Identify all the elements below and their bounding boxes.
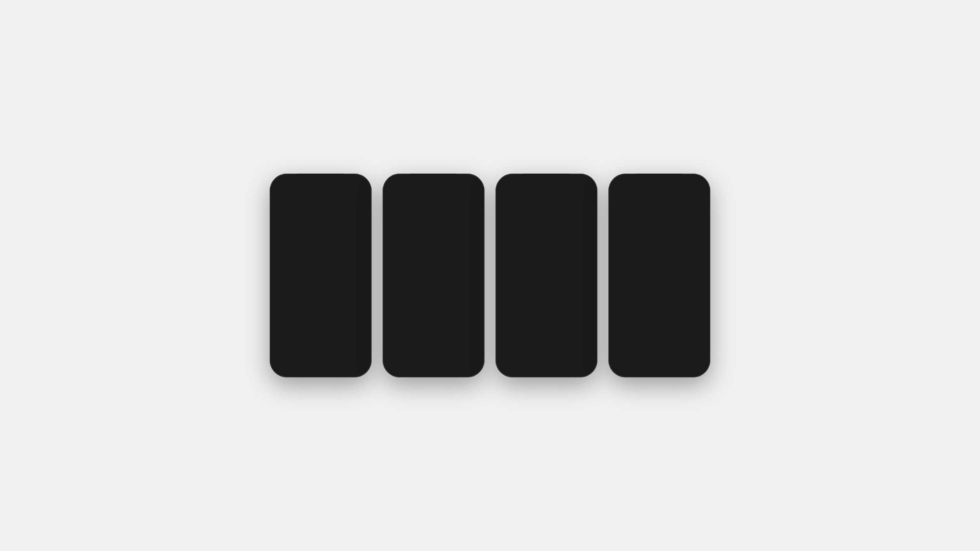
option-label-1: White Raw Rice - 2kg [514, 242, 549, 246]
filter-topeats[interactable]: Top Eats [310, 194, 330, 201]
person-icon-2: 🚪 [651, 268, 655, 272]
p3-back-btn[interactable]: ← [505, 188, 511, 195]
thumb-1[interactable]: % [278, 314, 306, 334]
dropoff-meet[interactable]: 🔧 Meet... [680, 264, 702, 276]
bottom-thumbnails: % [274, 314, 368, 334]
p2-back-btn[interactable]: ← [390, 189, 399, 198]
checkbox-2[interactable] [505, 254, 510, 259]
card-time-1: 25–35 Min [287, 301, 301, 305]
p4-delivery-time-text: Delivery Time: 25–35 min [623, 249, 661, 253]
p4-restaurant-title: Cargills Food City - Marine Drive [612, 199, 706, 218]
home-icon: 🏠 [281, 359, 288, 365]
cargills-logo-card: Cargills [321, 269, 334, 283]
p4-order-item-1: 1 Dry Ration Pack 1 White Raw Rice - 2kg… [617, 288, 702, 308]
p2-item-title: Dry Ration Pack 1 [391, 318, 476, 322]
p4-close-btn[interactable]: ✕ [618, 189, 623, 196]
p3-option-4[interactable]: Mackerel Tin Fish - 425gm [505, 275, 588, 287]
time-2: 11:49 [392, 181, 402, 185]
add-items-link[interactable]: Add items [684, 281, 702, 285]
status-bar-4: 11:49 ▲ ▮ [612, 178, 706, 186]
p3-option-7[interactable]: Big Onion - 500g [505, 311, 588, 323]
p4-address-info: Devi Building, Colombo 4. Milagiriya, Co… [640, 225, 702, 244]
p3-option-5[interactable]: Marina Vegetable Oil Pouch - 500ml [505, 287, 588, 299]
nav-home[interactable]: 🏠 Home [281, 359, 289, 370]
p2-history-label: Order History [400, 281, 467, 285]
dropoff-leave-at-door[interactable]: 🚪 Leave at door [648, 264, 677, 276]
p3-content: Dry Ration Pack 1 Orders with more than … [499, 198, 593, 328]
checkbox-3[interactable] [505, 266, 510, 271]
p3-section-title: Mandatory Add-Ons : [505, 228, 548, 233]
menu-search-icon[interactable]: 🔍 [470, 298, 476, 304]
cargills-logo-1: CargillsFood City [311, 239, 330, 258]
heart-icon-1[interactable]: ♡ [356, 265, 360, 270]
p1-banner-btn[interactable]: TAP HERE TO ORDER NOW ↗ [278, 225, 324, 230]
search-icon: 🔍 [304, 359, 311, 365]
p3-section-sub: Required · Pick 8 [505, 233, 548, 236]
order-qty-1: 1 [617, 288, 619, 308]
phone-4: 11:49 ▲ ▮ ✕ Your bas [608, 174, 710, 377]
p2-info: Cargills Food City - Marine Drive ⭐⭐ · G… [387, 228, 481, 259]
clock-icon-4: 🕐 [617, 249, 621, 253]
p3-add-text: Add 1 to bask... [506, 365, 535, 370]
p3-item-title: Dry Ration Pack 1 [505, 202, 588, 211]
p1-banner: Essentials, delivered. PACKS OF SELECTED… [274, 204, 368, 235]
p4-place-order-btn[interactable]: Place order LKR1,200.00 [617, 353, 702, 366]
phone-1: 11:49 ▲ ▮ ASAP → Devi Building [270, 174, 372, 377]
dropoff-meet-at-door[interactable]: 👤 Meet at door [617, 264, 645, 276]
checkbox-6[interactable] [505, 302, 510, 308]
dropoff-opt-1: Meet at door [626, 266, 642, 274]
p3-option-3[interactable]: White Sugar - 1kg [505, 263, 588, 275]
thumb-2[interactable] [308, 314, 336, 334]
nav-account-label: Account [350, 366, 361, 370]
checkbox-5[interactable] [505, 290, 510, 295]
p2-heart-btn[interactable]: ♡ [468, 189, 477, 198]
order-item-subs-1: White Raw Rice - 2kg (LKR0.00) Red Dhal … [621, 292, 678, 308]
filter-price[interactable]: Price Range ▾ [333, 194, 362, 201]
nav-orders-label: Orders [327, 366, 336, 370]
option-label-5: Marina Vegetable Oil Pouch - 500ml [514, 291, 573, 295]
leave-at-door-text: Leave at door [640, 233, 659, 237]
add-instructions-link[interactable]: Add instructions [640, 237, 702, 240]
more-info-link[interactable]: More info [461, 268, 476, 272]
checkbox-4[interactable] [505, 278, 510, 283]
time-4: 11:49 [619, 181, 629, 185]
p2-hero: 11:49 ▌▌▌ ▲ ▮ ← ♡ Uber Eats [387, 178, 481, 228]
person-icon-3: 🔧 [684, 268, 688, 272]
p3-add-btn[interactable]: Add 1 to bask... LKR 1,000.00 [499, 361, 593, 373]
clock-icon-1: 🕐 [281, 301, 285, 305]
p2-menu-title: Menu [391, 299, 403, 303]
filter-refresh[interactable]: ⟳ [278, 194, 289, 201]
p1-header: ASAP → Devi Building, Colombo 4. ⟳ Sort … [274, 186, 368, 204]
p1-filters: ⟳ Sort ▾ Top Eats Price Range ▾ [278, 194, 363, 201]
card-hours-1: Operating Hours: 10 AM - 4 PM [281, 305, 360, 309]
checkbox-7[interactable] [505, 314, 510, 320]
wifi-icon-1: ▲ [355, 181, 358, 185]
time-1: 11:49 [280, 181, 290, 185]
battery-icon-4: ▮ [698, 181, 700, 185]
person-icon-1: 👤 [621, 268, 624, 272]
filter-sort[interactable]: Sort ▾ [291, 194, 307, 201]
restaurant-card-1[interactable]: Uber Eats Cargills ♡ Cargills Food City … [278, 262, 363, 311]
p3-option-6[interactable]: Wheat Flour - 1kg [505, 299, 588, 311]
p3-price-text: LKR 1,000.00 [563, 365, 587, 370]
p3-option-2[interactable]: Red Dhal - 1kg [505, 250, 588, 263]
p3-share-icon[interactable]: ⬆ [583, 188, 588, 195]
nav-account[interactable]: 👤 Account [350, 359, 361, 370]
option-label-4: Mackerel Tin Fish - 425gm [514, 279, 557, 283]
p4-divider [653, 218, 665, 219]
p2-grocery-title: Grocery Items [387, 305, 481, 314]
p1-location: ASAP → Devi Building, Colombo 4. [278, 187, 363, 192]
p4-order-header: Your order Add items [617, 281, 702, 285]
p2-restaurant-title: Cargills Food City - Marine Drive [391, 232, 476, 245]
nav-search[interactable]: 🔍 Search [303, 359, 312, 370]
p3-option-1[interactable]: White Raw Rice - 2kg [505, 238, 588, 250]
nav-orders[interactable]: 📋 Orders [327, 359, 336, 370]
order-item-price-1: LKR1,000.00 [681, 288, 702, 308]
checkbox-1[interactable] [505, 241, 510, 247]
p2-item-1[interactable]: Dry Ration Pack 1 Orders with more than … [387, 314, 481, 334]
battery-icon-2: ▮ [473, 181, 475, 185]
place-order-total: LKR1,200.00 [673, 357, 696, 362]
p1-banner-title: Essentials, delivered. [278, 208, 363, 214]
p3-item-desc: Orders with more than 1 pack may be canc… [505, 213, 588, 223]
restaurant-info-title: Restaurant info [391, 263, 476, 267]
